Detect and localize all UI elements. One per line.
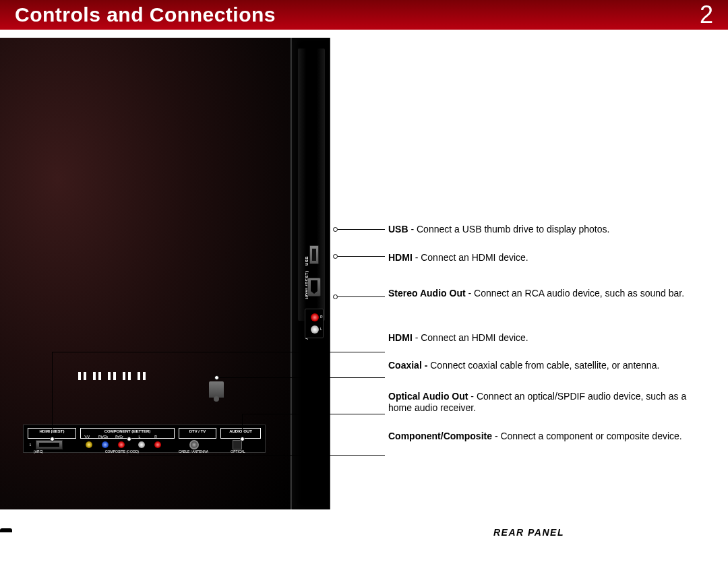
callout-text: Connect coaxial cable from cable, satell… — [430, 360, 659, 371]
leader-line — [52, 352, 53, 437]
leader-line — [338, 256, 385, 257]
label-l: L — [320, 327, 322, 331]
leader-dot — [127, 437, 131, 441]
chapter-header: Controls and Connections 2 — [0, 0, 728, 30]
leader-line — [338, 229, 385, 230]
optical-port-icon — [233, 440, 242, 449]
usb-port-icon — [309, 245, 319, 264]
label-r: R — [320, 315, 323, 319]
callout-coax: Coaxial - Connect coaxial cable from cab… — [388, 360, 712, 372]
callout-usb: USB - Connect a USB thumb drive to displ… — [388, 224, 712, 236]
callout-bold: Component/Composite — [388, 431, 492, 441]
tv-stand-icon — [0, 528, 12, 532]
rca-r-jack-icon — [311, 313, 319, 321]
callout-text: - Connect an HDMI device. — [413, 252, 528, 263]
leader-line — [52, 352, 385, 352]
label-composite: COMPOSITE (GOOD) — [88, 449, 156, 454]
callout-text: - Connect an RCA audio device, such as s… — [466, 288, 685, 299]
callout-hdmi-bottom: HDMI - Connect an HDMI device. — [388, 332, 712, 344]
rca-pr-icon — [118, 441, 125, 448]
vent-slots-icon — [78, 372, 140, 380]
leader-line — [219, 377, 385, 378]
rca-l-jack-icon — [311, 325, 319, 334]
callout-stereo: Stereo Audio Out - Connect an RCA audio … — [388, 288, 712, 300]
tv-rear-illustration: USB HDMI (BEST) AUDIO OUT R L HDMI (BEST… — [0, 30, 332, 500]
coax-bottom-icon — [189, 440, 199, 449]
callout-text: - Connect an HDMI device. — [413, 332, 528, 343]
leader-line — [242, 414, 385, 414]
callout-bold: HDMI — [388, 332, 413, 343]
rca-pb-icon — [102, 441, 109, 448]
hdmi-side-port-icon — [307, 278, 321, 296]
leader-line — [242, 414, 243, 437]
callout-optical: Optical Audio Out - Connect an optical/S… — [388, 391, 712, 414]
callout-bold: Optical Audio Out — [388, 391, 468, 402]
callout-bold: Stereo Audio Out — [388, 288, 466, 299]
chapter-title: Controls and Connections — [15, 3, 276, 26]
chapter-number: 2 — [700, 1, 713, 29]
rca-lwhite-icon — [138, 441, 145, 448]
label-rc: R — [135, 435, 176, 439]
leader-dot — [333, 227, 338, 232]
callouts-column: USB - Connect a USB thumb drive to displ… — [388, 224, 712, 458]
callout-bold: Coaxial - — [388, 360, 430, 371]
label-arc: (ARC) — [18, 449, 59, 454]
callout-text: - Connect a component or composite devic… — [492, 431, 682, 441]
rca-side-box: R L — [305, 309, 324, 338]
rca-y-icon — [86, 441, 92, 448]
rca-rred-icon — [154, 441, 161, 448]
leader-line — [338, 296, 385, 297]
leader-line — [129, 455, 385, 456]
label-usb: USB — [305, 256, 309, 266]
callout-bold: USB — [388, 224, 408, 235]
leader-dot — [50, 437, 55, 441]
leader-dot — [240, 437, 245, 441]
callout-component: Component/Composite - Connect a componen… — [388, 431, 712, 443]
coax-connector-icon — [209, 381, 224, 398]
callout-bold: HDMI — [388, 252, 413, 263]
label-hdmi1: 1 — [10, 443, 51, 447]
bottom-port-strip: HDMI (BEST) COMPONENT (BETTER) DTV / TV … — [23, 425, 266, 453]
leader-line — [129, 441, 129, 455]
callout-text: - Connect a USB thumb drive to display p… — [408, 224, 610, 235]
callout-hdmi-side: HDMI - Connect an HDMI device. — [388, 252, 712, 264]
label-cable: CABLE / ANTENNA — [173, 449, 214, 454]
leader-dot — [214, 375, 219, 380]
section-label: REAR PANEL — [493, 527, 564, 538]
leader-dot — [333, 294, 338, 299]
label-optical: OPTICAL — [218, 449, 258, 454]
group-dtv: DTV / TV — [179, 428, 216, 439]
leader-dot — [333, 254, 338, 259]
